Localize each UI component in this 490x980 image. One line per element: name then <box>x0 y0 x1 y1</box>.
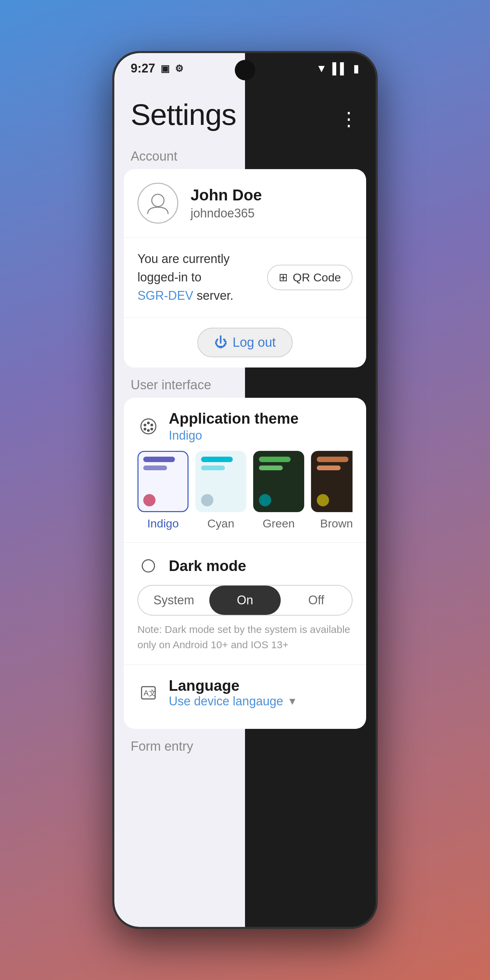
theme-brown-preview <box>311 451 353 512</box>
theme-bar-2 <box>259 466 283 470</box>
svg-point-5 <box>147 429 150 432</box>
account-card: John Doe johndoe365 You are currently lo… <box>124 169 366 368</box>
theme-dot <box>201 494 213 506</box>
theme-bar-2 <box>201 466 225 470</box>
signal-bars-icon: ▌▌ <box>332 62 348 75</box>
theme-green-option[interactable]: Green <box>253 451 304 530</box>
logout-label: Log out <box>233 335 276 350</box>
server-row: You are currently logged-in to SGR-DEV s… <box>124 237 366 318</box>
svg-point-4 <box>150 428 153 430</box>
dark-mode-header: Dark mode <box>137 555 353 577</box>
server-name[interactable]: SGR-DEV <box>137 288 193 302</box>
language-value-row: Use device langauge ▼ <box>169 694 298 708</box>
gear-icon: ⚙ <box>175 63 183 74</box>
form-entry-section-label: Form entry <box>115 729 375 759</box>
settings-card: Application theme Indigo <box>124 398 366 729</box>
theme-cyan-label: Cyan <box>207 517 234 530</box>
content-area: Settings ⋮ Account John Doe john <box>115 84 375 927</box>
language-header: A文 Language Use device langauge ▼ <box>137 677 353 708</box>
theme-current: Indigo <box>169 428 298 443</box>
language-title-group: Language Use device langauge ▼ <box>169 677 298 708</box>
dark-mode-title: Dark mode <box>169 557 246 574</box>
user-info: John Doe johndoe365 <box>191 186 262 221</box>
theme-icon <box>137 415 159 437</box>
account-section-label: Account <box>115 142 375 169</box>
theme-brown-option[interactable]: Brown <box>311 451 353 530</box>
language-value: Use device langauge <box>169 694 283 708</box>
dark-mode-row: Dark mode System On Off Note: Dark mode … <box>124 543 366 665</box>
theme-cyan-option[interactable]: Cyan <box>195 451 247 530</box>
user-row[interactable]: John Doe johndoe365 <box>124 169 366 237</box>
theme-bar-1 <box>201 457 233 462</box>
theme-header: Application theme Indigo <box>137 410 353 443</box>
sim-icon: ▣ <box>161 63 169 74</box>
theme-green-preview <box>253 451 304 512</box>
time-display: 9:27 <box>130 61 155 76</box>
svg-point-7 <box>143 424 146 426</box>
user-name: John Doe <box>191 186 262 204</box>
dark-mode-note: Note: Dark mode set by the system is ava… <box>137 622 353 652</box>
svg-point-6 <box>143 428 146 430</box>
dropdown-arrow-icon: ▼ <box>287 695 298 707</box>
settings-header: Settings ⋮ <box>115 84 375 142</box>
theme-green-label: Green <box>263 517 295 530</box>
svg-point-2 <box>147 422 150 424</box>
svg-point-3 <box>150 424 153 426</box>
theme-brown-label: Brown <box>320 517 353 530</box>
theme-bar-2 <box>317 466 340 470</box>
theme-dot <box>143 494 156 506</box>
language-icon: A文 <box>137 682 159 704</box>
svg-point-0 <box>152 194 164 207</box>
overflow-menu-button[interactable]: ⋮ <box>339 110 360 132</box>
toggle-system[interactable]: System <box>138 585 209 615</box>
wifi-icon: ▼ <box>316 62 327 75</box>
language-title: Language <box>169 677 298 694</box>
theme-indigo-preview <box>137 451 189 512</box>
theme-bar-2 <box>143 466 167 470</box>
phone-frame: 9:27 ▣ ⚙ ▼ ▌▌ ▮ Settings ⋮ Account <box>112 51 378 929</box>
language-row[interactable]: A文 Language Use device langauge ▼ <box>124 665 366 729</box>
theme-indigo-label: Indigo <box>147 517 179 530</box>
status-right: ▼ ▌▌ ▮ <box>316 62 360 75</box>
avatar <box>137 183 178 224</box>
user-handle: johndoe365 <box>191 206 262 221</box>
qr-icon: ⊞ <box>279 271 288 284</box>
theme-bar-1 <box>143 457 175 462</box>
page-title: Settings <box>130 97 236 132</box>
qr-code-button[interactable]: ⊞ QR Code <box>267 265 353 290</box>
theme-dot <box>317 494 329 506</box>
server-text: You are currently logged-in to SGR-DEV s… <box>137 250 267 305</box>
dark-mode-icon <box>137 555 159 577</box>
status-left: 9:27 ▣ ⚙ <box>130 61 183 76</box>
battery-icon: ▮ <box>353 62 360 75</box>
toggle-off[interactable]: Off <box>281 585 352 615</box>
toggle-on[interactable]: On <box>209 585 280 615</box>
logout-icon: ⏻ <box>215 335 227 350</box>
logout-button[interactable]: ⏻ Log out <box>197 328 293 357</box>
qr-button-label: QR Code <box>293 271 341 284</box>
dark-mode-toggle: System On Off <box>137 585 353 616</box>
theme-options: Indigo Cyan <box>137 451 353 530</box>
theme-cyan-preview <box>195 451 247 512</box>
theme-title: Application theme <box>169 410 298 427</box>
theme-row: Application theme Indigo <box>124 398 366 543</box>
theme-title-group: Application theme Indigo <box>169 410 298 443</box>
server-text-prefix: You are currently logged-in to <box>137 252 230 284</box>
phone-screen: 9:27 ▣ ⚙ ▼ ▌▌ ▮ Settings ⋮ Account <box>115 53 375 927</box>
theme-bar-1 <box>317 457 348 462</box>
svg-point-8 <box>142 560 154 572</box>
server-text-suffix: server. <box>197 288 234 302</box>
ui-section-label: User interface <box>115 368 375 398</box>
logout-row: ⏻ Log out <box>124 318 366 368</box>
theme-bar-1 <box>259 457 291 462</box>
svg-text:A文: A文 <box>143 689 156 697</box>
theme-indigo-option[interactable]: Indigo <box>137 451 189 530</box>
power-button[interactable] <box>375 230 378 285</box>
camera-notch <box>235 60 255 80</box>
theme-dot <box>259 494 271 506</box>
